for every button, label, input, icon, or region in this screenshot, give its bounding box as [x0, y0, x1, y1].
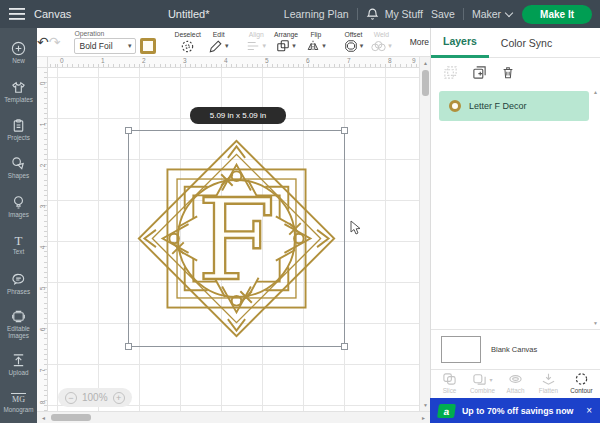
- flip-button[interactable]: Flip ▾: [306, 31, 326, 54]
- sidebar-item-templates[interactable]: Templates: [0, 72, 37, 110]
- align-button[interactable]: Align ▾: [246, 31, 266, 54]
- learning-plan-link[interactable]: Learning Plan: [284, 8, 349, 20]
- operation-group: Operation Bold Foil ▾: [74, 30, 156, 54]
- sidebar-item-new[interactable]: New: [0, 34, 37, 72]
- foil-color-swatch[interactable]: [140, 38, 156, 54]
- scroll-right-icon[interactable]: ►: [418, 415, 429, 421]
- shapes-icon: [11, 156, 26, 171]
- caret-down-icon: ▾: [360, 42, 364, 50]
- zoom-out-button[interactable]: −: [65, 392, 77, 404]
- caret-down-icon: ▾: [388, 42, 392, 50]
- canvas-grid[interactable]: F 5.09 in x 5.09 in − 100% +: [48, 68, 419, 411]
- cricut-design-space: Canvas Untitled* Learning Plan My Stuff …: [0, 0, 600, 423]
- sidebar-item-images[interactable]: Images: [0, 188, 37, 226]
- operation-label: Operation: [74, 30, 156, 37]
- undo-button[interactable]: ↶: [37, 35, 49, 49]
- make-it-button[interactable]: Make It: [522, 5, 592, 24]
- contour-button[interactable]: Contour: [565, 372, 598, 394]
- clipboard-icon: [11, 118, 26, 133]
- promo-text: Up to 70% off savings now: [462, 406, 579, 416]
- tab-layers[interactable]: Layers: [431, 28, 489, 58]
- combine-button[interactable]: ▾ Combine: [466, 372, 499, 394]
- selection-handle-top-left[interactable]: [125, 127, 132, 134]
- sidebar-item-phrases[interactable]: Phrases: [0, 264, 37, 302]
- document-title[interactable]: Untitled*: [168, 8, 210, 20]
- speech-bubble-icon: [11, 272, 26, 287]
- sidebar-item-shapes[interactable]: Shapes: [0, 149, 37, 187]
- sidebar-item-monogram[interactable]: MG Monogram: [0, 385, 37, 423]
- selection-handle-bottom-right[interactable]: [341, 343, 348, 350]
- layer-tools: [431, 58, 600, 85]
- arrange-button[interactable]: Arrange ▾: [274, 31, 298, 54]
- sidebar-item-editable-images[interactable]: Editable Images: [0, 303, 37, 346]
- ruler-corner: [37, 57, 48, 68]
- slice-button[interactable]: Slice: [433, 372, 466, 394]
- layer-item-letter-f-decor[interactable]: Letter F Decor: [439, 91, 589, 121]
- text-T-icon: T: [15, 234, 23, 247]
- list-scroll-up-icon[interactable]: ▲: [593, 89, 598, 95]
- edit-button[interactable]: Edit ▾: [209, 31, 229, 54]
- foil-operation-icon: [449, 100, 461, 112]
- weld-icon: [371, 40, 386, 53]
- access-logo-icon: a: [437, 404, 456, 418]
- selection-bounding-box[interactable]: F: [128, 130, 345, 347]
- left-sidebar: New Templates Projects Shapes Images T T…: [0, 28, 37, 423]
- scroll-left-icon[interactable]: ◄: [38, 415, 49, 421]
- delete-button[interactable]: [501, 65, 515, 80]
- duplicate-button[interactable]: [472, 65, 487, 80]
- layer-actions: Slice ▾ Combine Attach Flatten Contour: [431, 369, 600, 396]
- notifications-bell-icon[interactable]: [366, 7, 379, 21]
- sidebar-item-text[interactable]: T Text: [0, 226, 37, 264]
- mouse-cursor: [350, 220, 362, 236]
- caret-down-icon: ▾: [322, 42, 326, 50]
- chevron-down-icon: [505, 9, 513, 17]
- editable-image-icon: [11, 309, 26, 324]
- close-icon[interactable]: ×: [586, 405, 592, 416]
- caret-down-icon: ▾: [489, 376, 492, 383]
- trash-icon: [501, 65, 515, 80]
- menu-icon[interactable]: [0, 8, 34, 20]
- flatten-icon: [541, 372, 556, 386]
- canvas-horizontal-scrollbar[interactable]: ◄ ►: [37, 411, 430, 423]
- zoom-control: − 100% +: [58, 388, 132, 407]
- flatten-button[interactable]: Flatten: [532, 372, 565, 394]
- redo-button[interactable]: ↷: [49, 35, 61, 49]
- new-plus-icon: [11, 41, 26, 56]
- horizontal-scroll-thumb[interactable]: [51, 414, 91, 421]
- blank-canvas-row: Blank Canvas: [431, 329, 600, 369]
- pencil-icon: [209, 39, 223, 53]
- layer-list: Letter F Decor ▲ ▼: [431, 85, 600, 329]
- align-icon: [246, 39, 260, 53]
- sidebar-item-upload[interactable]: Upload: [0, 346, 37, 384]
- tshirt-icon: [11, 80, 26, 95]
- offset-button[interactable]: Offset ▾: [344, 31, 364, 54]
- selection-handle-bottom-left[interactable]: [125, 343, 132, 350]
- letter-f-decor-design[interactable]: F: [131, 133, 342, 344]
- machine-selector[interactable]: Maker: [472, 8, 512, 20]
- design-canvas: 0 1 2 3 4 5 6 7 8 9 0 1 2 3 4 5 6 7 8: [37, 57, 430, 423]
- zoom-in-button[interactable]: +: [113, 392, 125, 404]
- canvas-label: Canvas: [34, 8, 71, 20]
- operation-select[interactable]: Bold Foil ▾: [74, 38, 136, 54]
- deselect-icon: [180, 39, 195, 54]
- arrange-layers-icon: [276, 39, 290, 53]
- weld-button[interactable]: Weld ▾: [371, 31, 392, 54]
- vertical-scroll-thumb[interactable]: [422, 70, 429, 96]
- top-bar: Canvas Untitled* Learning Plan My Stuff …: [0, 0, 600, 28]
- deselect-button[interactable]: Deselect: [174, 31, 200, 54]
- save-link[interactable]: Save: [431, 8, 455, 20]
- my-stuff-link[interactable]: My Stuff: [385, 8, 423, 20]
- promo-banner[interactable]: a Up to 70% off savings now ×: [430, 398, 600, 423]
- offset-icon: [344, 39, 358, 53]
- sidebar-item-projects[interactable]: Projects: [0, 111, 37, 149]
- canvas-color-swatch[interactable]: [441, 336, 481, 363]
- tab-color-sync[interactable]: Color Sync: [489, 28, 564, 58]
- selection-handle-top-right[interactable]: [341, 127, 348, 134]
- combine-icon: [472, 372, 487, 386]
- caret-down-icon: ▾: [128, 42, 132, 50]
- canvas-vertical-scrollbar[interactable]: ▲ ▼: [419, 57, 430, 411]
- group-button[interactable]: [443, 65, 458, 80]
- layers-panel: Layers Color Sync Letter F Decor ▲ ▼ Bl: [430, 28, 600, 423]
- list-scroll-down-icon[interactable]: ▼: [593, 320, 598, 326]
- attach-button[interactable]: Attach: [499, 372, 532, 394]
